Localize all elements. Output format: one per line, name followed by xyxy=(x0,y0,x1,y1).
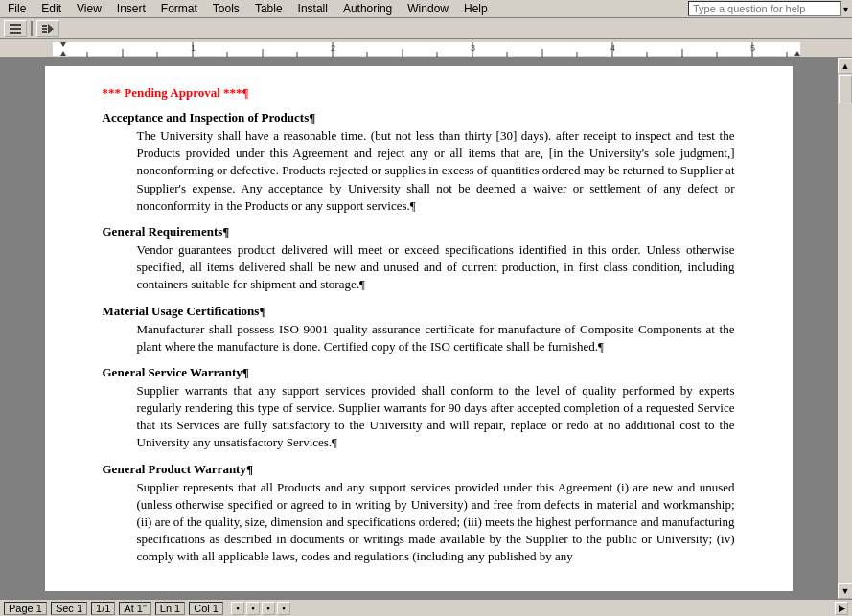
scroll-track[interactable] xyxy=(838,74,852,583)
menu-help[interactable]: Help xyxy=(456,1,495,16)
status-at: At 1" xyxy=(119,602,150,615)
help-arrow-icon[interactable]: ▾ xyxy=(843,4,848,14)
scroll-down-button[interactable]: ▼ xyxy=(838,583,852,599)
toolbar-separator-1 xyxy=(31,21,33,36)
h-scroll-area[interactable] xyxy=(294,602,831,615)
section-general-product-heading: General Product Warranty¶ xyxy=(103,462,735,477)
main-layout: *** Pending Approval ***¶ Acceptance and… xyxy=(0,58,852,599)
menu-help-box-container: ▾ xyxy=(688,1,852,16)
svg-text:3: 3 xyxy=(471,43,475,53)
bottom-btn-4[interactable]: ▪ xyxy=(277,602,290,615)
section-material-usage-body: Manufacturer shall possess ISO 9001 qual… xyxy=(137,321,735,355)
svg-rect-0 xyxy=(10,24,21,26)
svg-text:5: 5 xyxy=(750,43,755,53)
status-page-of: 1/1 xyxy=(91,602,115,615)
section-general-service-heading: General Service Warranty¶ xyxy=(103,365,735,380)
status-ln: Ln 1 xyxy=(155,602,185,615)
status-col: Col 1 xyxy=(189,602,223,615)
document-page: *** Pending Approval ***¶ Acceptance and… xyxy=(45,66,793,591)
menu-view[interactable]: View xyxy=(69,1,109,16)
bottom-btn-2[interactable]: ▪ xyxy=(246,602,260,615)
section-general-req-heading: General Requirements¶ xyxy=(103,224,735,240)
svg-text:2: 2 xyxy=(331,43,335,53)
vertical-scrollbar: ▲ ▼ xyxy=(837,58,852,599)
section-general-req-body: Vendor guarantees product delivered will… xyxy=(137,241,735,294)
toolbar xyxy=(0,18,852,39)
menu-bar: File Edit View Insert Format Tools Table… xyxy=(0,0,852,18)
svg-marker-3 xyxy=(48,24,54,34)
status-sec: Sec 1 xyxy=(51,602,87,615)
menu-format[interactable]: Format xyxy=(153,1,205,16)
section-material-usage-heading: Material Usage Certifications¶ xyxy=(103,304,735,319)
menu-edit[interactable]: Edit xyxy=(34,1,69,16)
section-general-service-body: Supplier warrants that any support servi… xyxy=(137,382,735,452)
scroll-thumb[interactable] xyxy=(839,75,852,103)
status-bar: Page 1 Sec 1 1/1 At 1" Ln 1 Col 1 ▪ ▪ ▪ … xyxy=(0,599,852,616)
svg-rect-8 xyxy=(53,42,800,56)
menu-table[interactable]: Table xyxy=(247,1,290,16)
section-general-product-body: Supplier represents that all Products an… xyxy=(137,479,735,566)
menu-window[interactable]: Window xyxy=(400,1,456,16)
toolbar-indent-btn[interactable] xyxy=(36,20,59,37)
svg-rect-2 xyxy=(10,32,21,34)
menu-install[interactable]: Install xyxy=(290,1,335,16)
section-acceptance-heading: Acceptance and Inspection of Products¶ xyxy=(103,110,735,125)
svg-rect-5 xyxy=(42,28,47,30)
help-search-input[interactable] xyxy=(688,1,841,16)
svg-rect-4 xyxy=(42,25,47,27)
bottom-btn-3[interactable]: ▪ xyxy=(262,602,275,615)
status-page: Page 1 xyxy=(4,602,47,615)
menu-insert[interactable]: Insert xyxy=(109,1,153,16)
section-acceptance-body: The University shall have a reasonable t… xyxy=(137,127,735,215)
svg-rect-9 xyxy=(800,39,852,58)
pending-approval-text: *** Pending Approval ***¶ xyxy=(103,85,735,101)
menu-file[interactable]: File xyxy=(0,1,34,16)
menu-tools[interactable]: Tools xyxy=(205,1,247,16)
menu-authoring[interactable]: Authoring xyxy=(335,1,400,16)
document-scroll-area[interactable]: *** Pending Approval ***¶ Acceptance and… xyxy=(0,58,837,599)
svg-text:1: 1 xyxy=(191,43,196,53)
bottom-btn-1[interactable]: ▪ xyxy=(231,602,244,615)
ruler: 1 2 3 4 5 xyxy=(0,39,852,58)
svg-rect-7 xyxy=(0,39,53,58)
svg-text:4: 4 xyxy=(610,43,615,53)
bottom-toolbar: ▪ ▪ ▪ ▪ xyxy=(231,602,290,615)
scroll-up-button[interactable]: ▲ xyxy=(838,58,852,74)
toolbar-btn-1[interactable] xyxy=(4,20,27,37)
h-scroll-right-btn[interactable]: ▶ xyxy=(835,602,848,615)
svg-rect-1 xyxy=(10,28,21,30)
svg-rect-6 xyxy=(42,31,47,33)
